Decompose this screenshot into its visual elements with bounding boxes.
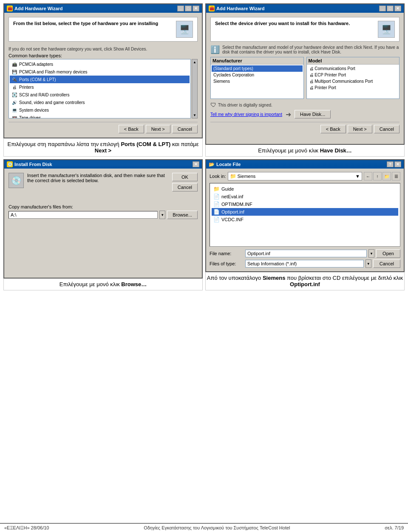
install-close-btn[interactable]: ✕	[193, 161, 199, 167]
page-content: 🧰 Add Hardware Wizard _ □ ✕ From the lis…	[0, 0, 408, 464]
bottom-left-caption: Επιλέγουμε με μονό κλικ Browse…	[3, 279, 203, 290]
files-type-combo[interactable]: Setup Information (*.inf)	[245, 260, 364, 267]
top-left-titlebar: 🧰 Add Hardware Wizard _ □ ✕	[4, 4, 202, 13]
files-type-arrow[interactable]: ▼	[366, 259, 371, 268]
install-disk-titlebar: 💿 Install From Disk ✕	[4, 160, 202, 169]
pcmcia-icon: 📠	[11, 61, 17, 67]
look-in-label: Look in:	[210, 174, 226, 179]
note-text: If you do not see the hardware category …	[8, 45, 198, 53]
sign-icon: 🛡	[210, 101, 216, 108]
bottom-right-cell: 📂 Locate File ? ✕ Look in: 📁	[205, 159, 405, 290]
tape-icon: 📼	[11, 115, 17, 118]
wizard-header: From the list below, select the type of …	[8, 17, 198, 42]
minimize-btn[interactable]: _	[177, 6, 184, 11]
list-item[interactable]: 💻System devices	[10, 106, 190, 114]
manufacturer-item-siemens[interactable]: Siemens	[212, 78, 303, 84]
file-item-optiport[interactable]: 📄 Optiport.inf	[212, 208, 398, 216]
locate-file-screenshot: 📂 Locate File ? ✕ Look in: 📁	[205, 159, 405, 272]
cancel-button2[interactable]: Cancel	[374, 125, 400, 133]
file-name-input[interactable]	[245, 250, 367, 257]
file-icon-optiport: 📄	[213, 209, 220, 215]
maximize-btn2[interactable]: □	[387, 6, 394, 11]
look-in-combo[interactable]: 📁 Siemens ▼	[228, 172, 362, 180]
copy-dropdown-arrow[interactable]: ▼	[159, 211, 165, 219]
up-folder-btn[interactable]: ↑	[373, 172, 382, 180]
copy-from-input[interactable]	[8, 211, 158, 219]
disk-icon: 💿	[8, 173, 24, 188]
model-item-comm[interactable]: 🖨 Communications Port	[308, 65, 399, 72]
model-item-printer[interactable]: 🖨 Printer Port	[308, 84, 399, 91]
model-item-multi[interactable]: 🖨 Multiport Communications Port	[308, 78, 399, 84]
locate-body: Look in: 📁 Siemens ▼ ← ↑ 📁	[206, 169, 404, 271]
tell-me-link[interactable]: Tell me why driver signing is important	[210, 112, 282, 117]
back-button2[interactable]: < Back	[320, 125, 346, 133]
file-item-optimdm[interactable]: 📄 OPTIMDM.INF	[212, 200, 398, 208]
open-button[interactable]: Open	[376, 249, 400, 258]
close-btn[interactable]: ✕	[193, 6, 199, 11]
have-disk-button[interactable]: Have Disk...	[295, 110, 331, 118]
ok-button[interactable]: OK	[172, 173, 198, 181]
list-item[interactable]: 🔊Sound, video and game controllers	[10, 99, 190, 106]
view-toggle-btn[interactable]: ☰	[392, 172, 400, 180]
list-item[interactable]: 📠PCMCIA adapters	[10, 60, 190, 68]
model-list[interactable]: 🖨 Communications Port 🖨 ECP Printer Port…	[307, 65, 400, 99]
driver-description: ℹ️ Select the manufacturer and model of …	[210, 45, 400, 54]
scsi-icon: 💽	[11, 92, 17, 98]
locate-close-btn[interactable]: ✕	[394, 161, 401, 167]
cancel-button[interactable]: Cancel	[172, 125, 198, 133]
install-disk-screenshot: 💿 Install From Disk ✕ 💿 Insert the manuf…	[3, 159, 203, 279]
driver-list-area: Manufacturer (Standard port types) Cycla…	[210, 57, 400, 99]
file-name-arrow[interactable]: ▼	[368, 249, 374, 258]
locate-help-btn[interactable]: ?	[387, 161, 394, 167]
file-item-guide[interactable]: 📁 Guide	[212, 185, 398, 193]
wizard-icon: 🧰	[7, 6, 13, 11]
install-disk-title: Install From Disk	[14, 162, 52, 167]
printers-icon: 🖨	[11, 84, 17, 90]
locate-file-icon: 📂	[209, 162, 215, 167]
info-icon: ℹ️	[210, 45, 220, 54]
scroll-down-icon[interactable]: ▼	[193, 113, 196, 117]
file-item-vcdc[interactable]: 📄 VCDC.INF	[212, 216, 398, 223]
arrow-icon: ➜	[286, 110, 291, 118]
install-disk-icon: 💿	[7, 161, 13, 167]
scrollbar[interactable]: ▲ ▼	[192, 59, 198, 118]
hardware-list[interactable]: 📠PCMCIA adapters 💾PCMCIA and Flash memor…	[8, 59, 191, 118]
minimize-btn2[interactable]: _	[379, 6, 386, 11]
file-name-label: File name:	[210, 251, 244, 256]
list-item[interactable]: 📼Tape drives	[10, 114, 190, 118]
bottom-right-caption: Από τον υποκατάλογο Siemens που βρίσκετα…	[205, 272, 405, 290]
back-button[interactable]: < Back	[119, 125, 144, 133]
manufacturer-item-standard[interactable]: (Standard port types)	[212, 65, 303, 72]
empty-space	[3, 290, 405, 460]
file-icon-neteval: 📄	[213, 194, 220, 200]
caption-text4: Από τον υποκατάλογο Siemens που βρίσκετα…	[207, 275, 403, 287]
wizard-icon2: 🧰	[209, 6, 215, 11]
printer-icon-sm3: 🖨	[309, 79, 314, 84]
cancel-button3[interactable]: Cancel	[172, 183, 198, 191]
install-body: 💿 Insert the manufacturer's installation…	[4, 169, 202, 223]
top-left-screenshot: 🧰 Add Hardware Wizard _ □ ✕ From the lis…	[3, 3, 203, 138]
list-item-ports[interactable]: 🔌Ports (COM & LPT)	[10, 76, 190, 83]
file-item-neteval[interactable]: 📄 netEval.inf	[212, 193, 398, 200]
locate-file-title: Locate File	[216, 162, 241, 167]
list-item[interactable]: 💾PCMCIA and Flash memory devices	[10, 68, 190, 76]
caption-text3: Επιλέγουμε με μονό κλικ Browse…	[60, 281, 147, 287]
top-right-screenshot: 🧰 Add Hardware Wizard _ □ ✕ Select the d…	[205, 3, 405, 145]
new-folder-btn[interactable]: 📁	[382, 172, 391, 180]
scroll-up-icon[interactable]: ▲	[193, 60, 196, 64]
model-item-ecp[interactable]: 🖨 ECP Printer Port	[308, 72, 399, 78]
hardware-icon: 🖥️	[176, 21, 193, 38]
list-item[interactable]: 🖨Printers	[10, 83, 190, 91]
manufacturer-list[interactable]: (Standard port types) Cyclades Corporati…	[211, 65, 303, 99]
manufacturer-item-cyclades[interactable]: Cyclades Corporation	[212, 72, 303, 78]
close-btn2[interactable]: ✕	[394, 6, 401, 11]
browse-button[interactable]: Browse...	[167, 211, 198, 219]
next-button[interactable]: Next >	[146, 125, 170, 133]
maximize-btn[interactable]: □	[185, 6, 192, 11]
back-nav-btn[interactable]: ←	[364, 172, 372, 180]
bottom-left-cell: 💿 Install From Disk ✕ 💿 Insert the manuf…	[3, 159, 203, 290]
list-item[interactable]: 💽SCSI and RAID controllers	[10, 91, 190, 99]
next-button2[interactable]: Next >	[348, 125, 372, 133]
caption-text2: Επιλέγουμε με μονό κλικ Have Disk…	[258, 147, 352, 154]
locate-cancel-button[interactable]: Cancel	[373, 259, 400, 268]
